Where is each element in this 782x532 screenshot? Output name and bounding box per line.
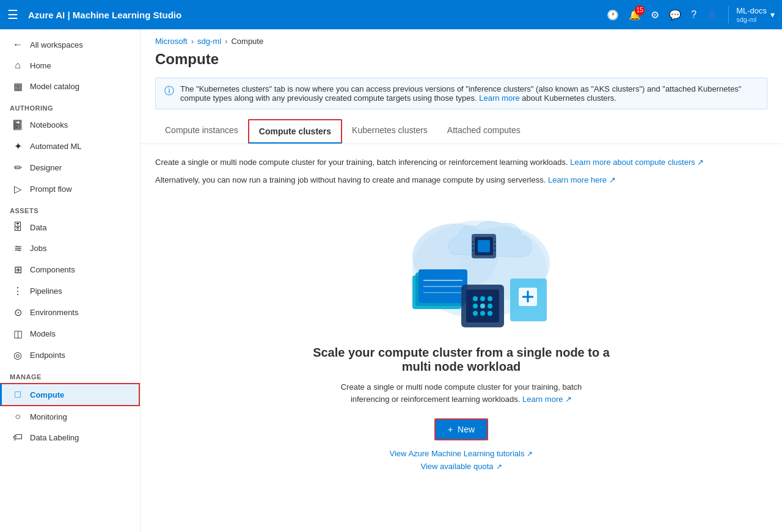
sidebar-label-jobs: Jobs: [30, 244, 46, 253]
designer-icon: ✏: [12, 162, 24, 173]
jobs-icon: ≋: [12, 242, 24, 254]
sidebar-item-model-catalog[interactable]: ▦ Model catalog: [0, 76, 140, 97]
sidebar-label-home: Home: [30, 61, 51, 70]
info-banner: ⓘ The "Kubernetes clusters" tab is now w…: [155, 78, 767, 109]
tab-compute-instances[interactable]: Compute instances: [155, 119, 248, 144]
svg-point-12: [480, 296, 485, 301]
breadcrumb-sdg-ml[interactable]: sdg-ml: [197, 37, 221, 46]
hamburger-icon[interactable]: ☰: [7, 7, 18, 22]
sidebar-label-designer: Designer: [30, 163, 62, 172]
external-link-icon-1: ↗: [527, 450, 533, 458]
svg-point-14: [473, 304, 478, 308]
sidebar-item-environments[interactable]: ⊙ Environments: [0, 302, 140, 323]
sidebar-label-environments: Environments: [30, 308, 78, 317]
user-sub: sdg-ml: [736, 16, 767, 23]
sidebar-item-data[interactable]: 🗄 Data: [0, 217, 140, 238]
svg-point-15: [480, 304, 485, 308]
prompt-flow-icon: ▷: [12, 183, 24, 195]
sidebar-label-monitoring: Monitoring: [30, 412, 67, 421]
tab-kubernetes-clusters[interactable]: Kubernetes clusters: [342, 119, 437, 144]
svg-point-13: [488, 296, 492, 301]
svg-point-16: [488, 304, 492, 308]
compute-illustration: [357, 199, 565, 346]
sidebar-item-prompt-flow[interactable]: ▷ Prompt flow: [0, 178, 140, 200]
sidebar-label-automated-ml: Automated ML: [30, 142, 82, 151]
help-icon[interactable]: ?: [691, 9, 696, 20]
page-header: Compute: [141, 46, 782, 78]
tabs-bar: Compute instances Compute clusters Kuber…: [141, 119, 782, 144]
tab-attached-computes[interactable]: Attached computes: [437, 119, 530, 144]
sidebar-item-components[interactable]: ⊞ Components: [0, 259, 140, 280]
sidebar-item-jobs[interactable]: ≋ Jobs: [0, 238, 140, 259]
sidebar-item-endpoints[interactable]: ◎ Endpoints: [0, 344, 140, 366]
sidebar-item-data-labeling[interactable]: 🏷 Data Labeling: [0, 427, 140, 448]
data-labeling-icon: 🏷: [12, 432, 24, 443]
sidebar-label-notebooks: Notebooks: [30, 120, 68, 129]
sidebar-label-compute: Compute: [30, 390, 64, 399]
breadcrumb-sep-1: ›: [191, 37, 194, 46]
notifications-icon[interactable]: 🔔 15: [629, 9, 641, 21]
home-icon: ⌂: [12, 60, 24, 71]
user-menu[interactable]: ML-docs sdg-ml ▾: [728, 6, 775, 23]
new-button-label: New: [458, 425, 475, 434]
sidebar-item-home[interactable]: ⌂ Home: [0, 55, 140, 76]
info-learn-more-link[interactable]: Learn more: [479, 93, 519, 103]
model-catalog-icon: ▦: [12, 81, 24, 92]
monitoring-icon: ○: [12, 411, 24, 422]
compute-icon: □: [12, 389, 24, 400]
plus-icon: +: [448, 425, 453, 434]
quota-link[interactable]: View available quota ↗: [420, 462, 502, 471]
learn-more-serverless-link[interactable]: Learn more here ↗: [548, 175, 616, 184]
manage-section-label: Manage: [0, 366, 140, 383]
components-icon: ⊞: [12, 264, 24, 275]
feedback-icon[interactable]: 💬: [669, 9, 681, 21]
app-title: Azure AI | Machine Learning Studio: [28, 10, 602, 20]
feature-learn-more-link[interactable]: Learn more ↗: [522, 395, 572, 404]
environments-icon: ⊙: [12, 307, 24, 318]
sidebar-item-models[interactable]: ◫ Models: [0, 323, 140, 344]
sidebar-label-components: Components: [30, 265, 75, 274]
breadcrumb: Microsoft › sdg-ml › Compute: [141, 29, 782, 46]
notebooks-icon: 📓: [12, 119, 24, 131]
sidebar-label-endpoints: Endpoints: [30, 351, 65, 360]
content-description-2: Alternatively, you can now run a trainin…: [155, 174, 705, 187]
external-link-icon-2: ↗: [496, 462, 502, 471]
tab-compute-clusters[interactable]: Compute clusters: [248, 119, 342, 144]
breadcrumb-microsoft[interactable]: Microsoft: [155, 37, 188, 46]
sidebar-item-all-workspaces[interactable]: ← All workspaces: [0, 34, 140, 55]
sidebar-item-notebooks[interactable]: 📓 Notebooks: [0, 114, 140, 136]
illustration-container: Scale your compute cluster from a single…: [155, 199, 767, 472]
settings-icon[interactable]: ⚙: [651, 9, 659, 21]
sidebar-item-pipelines[interactable]: ⋮ Pipelines: [0, 280, 140, 302]
user-chevron-icon: ▾: [770, 10, 775, 20]
new-button[interactable]: + New: [434, 418, 488, 440]
svg-point-18: [480, 311, 485, 316]
sidebar-item-automated-ml[interactable]: ✦ Automated ML: [0, 136, 140, 157]
history-icon[interactable]: 🕐: [607, 9, 619, 21]
info-banner-text: The "Kubernetes clusters" tab is now whe…: [180, 84, 758, 103]
sidebar-label-all-workspaces: All workspaces: [30, 40, 83, 49]
topbar: ☰ Azure AI | Machine Learning Studio 🕐 🔔…: [0, 0, 782, 29]
sidebar-label-data: Data: [30, 223, 46, 232]
sidebar-label-models: Models: [30, 329, 56, 338]
sidebar-item-designer[interactable]: ✏ Designer: [0, 157, 140, 178]
sidebar-item-compute[interactable]: □ Compute: [0, 383, 140, 406]
data-icon: 🗄: [12, 222, 24, 233]
back-arrow-icon: ←: [12, 39, 24, 50]
svg-point-17: [473, 311, 478, 316]
feature-desc: Create a single or multi node compute cl…: [321, 381, 602, 407]
assets-section-label: Assets: [0, 200, 140, 217]
pipelines-icon: ⋮: [12, 285, 24, 297]
svg-point-11: [473, 296, 478, 301]
authoring-section-label: Authoring: [0, 97, 140, 114]
tutorials-link[interactable]: View Azure Machine Learning tutorials ↗: [390, 449, 533, 458]
user-avatar-icon[interactable]: 👤: [706, 9, 718, 21]
breadcrumb-sep-2: ›: [225, 37, 227, 46]
sidebar-label-data-labeling: Data Labeling: [30, 433, 79, 442]
automated-ml-icon: ✦: [12, 140, 24, 152]
svg-point-19: [488, 311, 492, 316]
content-description-1: Create a single or multi node compute cl…: [155, 156, 705, 169]
sidebar-item-monitoring[interactable]: ○ Monitoring: [0, 406, 140, 427]
learn-more-clusters-link[interactable]: Learn more about compute clusters ↗: [570, 158, 704, 167]
sidebar-label-prompt-flow: Prompt flow: [30, 184, 72, 194]
